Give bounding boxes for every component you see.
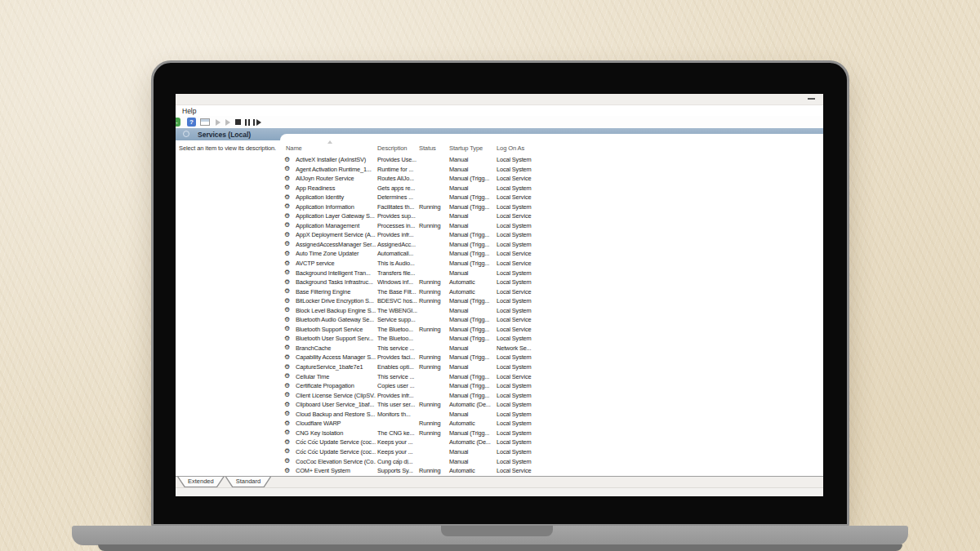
service-row[interactable]: ⚙CNG Key IsolationThe CNG ke...RunningMa… — [280, 429, 823, 438]
column-header-startup-type[interactable]: Startup Type — [449, 144, 483, 152]
cell-log_on_as: Local System — [497, 420, 532, 427]
cell-startup_type: Manual (Trigg... — [449, 382, 489, 389]
service-row[interactable]: ⚙CaptureService_1bafe7e1Enables opti...R… — [280, 362, 823, 372]
service-row[interactable]: ⚙BranchCacheThis service ...ManualNetwor… — [280, 344, 823, 353]
service-row[interactable]: ⚙Block Level Backup Engine S...The WBENG… — [280, 306, 823, 316]
service-row[interactable]: ⚙ActiveX Installer (AxInstSV)Provides Us… — [280, 155, 823, 165]
cell-description: Keeps your ... — [377, 438, 413, 446]
service-row[interactable]: ⚙App ReadinessGets apps re...ManualLocal… — [280, 184, 823, 193]
restart-icon — [253, 119, 255, 126]
cell-startup_type: Manual (Trigg... — [449, 353, 489, 361]
service-row[interactable]: ⚙AllJoyn Router ServiceRoutes AllJo...Ma… — [280, 174, 823, 184]
tab-standard[interactable]: Standard — [225, 477, 271, 487]
service-row[interactable]: ⚙Cốc Cốc Update Service (coc...Keeps you… — [280, 438, 823, 447]
cell-name: Bluetooth Audio Gateway Se... — [296, 316, 376, 323]
service-row[interactable]: ⚙Application IdentityDetermines ...Manua… — [280, 193, 823, 202]
service-row[interactable]: ⚙Agent Activation Runtime_1...Runtime fo… — [280, 165, 823, 175]
cell-startup_type: Automatic (De... — [449, 438, 491, 446]
cell-name: Application Management — [296, 222, 376, 229]
cell-description: Cung cấp dị... — [377, 458, 413, 465]
service-row[interactable]: ⚙Bluetooth Audio Gateway Se...Service su… — [280, 315, 823, 325]
menu-bar: Help — [176, 105, 823, 116]
service-row[interactable]: ⚙CocCoc Elevation Service (Co...Cung cấp… — [280, 457, 823, 467]
service-row[interactable]: ⚙Client License Service (ClipSV...Provid… — [280, 391, 823, 401]
service-row[interactable]: ⚙AssignedAccessManager Ser...AssignedAcc… — [280, 240, 823, 250]
cell-log_on_as: Local Service — [497, 175, 531, 182]
stop-service-button[interactable] — [233, 118, 243, 127]
service-row[interactable]: ⚙Base Filtering EngineThe Base Filt...Ru… — [280, 287, 823, 297]
cell-startup_type: Automatic — [449, 278, 475, 286]
cell-name: Agent Activation Runtime_1... — [296, 166, 376, 173]
service-row[interactable]: ⚙Cellular TimeThis service ...Manual (Tr… — [280, 372, 823, 382]
toolbar: → ? — [176, 116, 823, 129]
cell-startup_type: Manual — [449, 448, 468, 455]
service-row[interactable]: ⚙Application InformationFacilitates th..… — [280, 202, 823, 212]
service-gear-icon: ⚙ — [284, 410, 290, 417]
service-row[interactable]: ⚙Cloudflare WARPRunningAutomaticLocal Sy… — [280, 419, 823, 429]
cell-startup_type: Manual (Trigg... — [449, 373, 489, 380]
service-row[interactable]: ⚙COM+ Event SystemSupports Sy...RunningA… — [280, 466, 823, 476]
start-service-button[interactable] — [213, 118, 223, 127]
service-row[interactable]: ⚙Application ManagementProcesses in...Ru… — [280, 221, 823, 231]
service-gear-icon: ⚙ — [284, 165, 290, 172]
service-row[interactable]: ⚙BitLocker Drive Encryption S...BDESVC h… — [280, 296, 823, 306]
cell-log_on_as: Local System — [497, 203, 532, 211]
pause-icon — [245, 119, 247, 126]
cell-log_on_as: Local System — [497, 307, 532, 314]
cell-log_on_as: Local System — [497, 278, 532, 286]
export-list-icon[interactable] — [200, 118, 210, 126]
cell-name: AppX Deployment Service (A... — [296, 231, 376, 238]
service-row[interactable]: ⚙Auto Time Zone UpdaterAutomaticall...Ma… — [280, 249, 823, 259]
service-row[interactable]: ⚙Clipboard User Service_1baf...This user… — [280, 400, 823, 410]
column-header-status[interactable]: Status — [419, 144, 436, 152]
cell-description: Runtime for ... — [377, 166, 413, 173]
service-row[interactable]: ⚙Background Intelligent Tran...Transfers… — [280, 269, 823, 278]
cell-status: Running — [419, 401, 440, 408]
service-row[interactable]: ⚙Application Layer Gateway S...Provides … — [280, 211, 823, 221]
cell-name: Auto Time Zone Updater — [296, 250, 376, 257]
play-icon — [216, 119, 220, 126]
cell-description: Gets apps re... — [377, 184, 415, 192]
cell-name: Background Tasks Infrastruc... — [296, 278, 376, 286]
cell-log_on_as: Local System — [497, 411, 532, 418]
tab-extended[interactable]: Extended — [177, 477, 225, 487]
service-gear-icon: ⚙ — [284, 391, 290, 398]
column-header-log-on-as[interactable]: Log On As — [497, 144, 524, 152]
resume-service-button[interactable] — [223, 118, 233, 127]
column-header-description[interactable]: Description — [377, 144, 407, 152]
minimize-icon[interactable] — [808, 98, 815, 100]
service-gear-icon: ⚙ — [284, 287, 290, 295]
service-row[interactable]: ⚙AVCTP serviceThis is Audio...Manual (Tr… — [280, 259, 823, 269]
service-gear-icon: ⚙ — [284, 306, 290, 313]
column-header-name[interactable]: Name — [286, 144, 302, 152]
service-row[interactable]: ⚙Bluetooth User Support Serv...The Bluet… — [280, 334, 823, 344]
menu-item-help[interactable]: Help — [182, 107, 196, 115]
service-gear-icon: ⚙ — [284, 250, 290, 257]
pause-service-button[interactable] — [243, 118, 252, 127]
restart-service-button[interactable] — [252, 118, 262, 127]
service-gear-icon: ⚙ — [284, 278, 290, 286]
service-row[interactable]: ⚙AppX Deployment Service (A...Provides i… — [280, 230, 823, 240]
cell-log_on_as: Local Service — [497, 193, 531, 201]
service-row[interactable]: ⚙Background Tasks Infrastruc...Windows i… — [280, 278, 823, 287]
service-gear-icon: ⚙ — [284, 372, 290, 380]
service-row[interactable]: ⚙Bluetooth Support ServiceThe Bluetoo...… — [280, 325, 823, 335]
cell-log_on_as: Local System — [497, 166, 532, 173]
cell-description: Provides infr... — [377, 231, 413, 238]
help-icon[interactable]: ? — [187, 118, 196, 127]
cell-startup_type: Manual (Trigg... — [449, 326, 489, 333]
cell-startup_type: Manual (Trigg... — [449, 203, 489, 211]
pause-icon — [248, 119, 250, 126]
cell-status: Running — [419, 363, 440, 371]
service-gear-icon: ⚙ — [284, 269, 290, 276]
laptop-base-bottom-edge — [98, 544, 902, 551]
back-icon[interactable]: → — [176, 118, 180, 127]
cell-name: Cloudflare WARP — [296, 420, 376, 427]
cell-name: Block Level Backup Engine S... — [296, 307, 376, 314]
service-row[interactable]: ⚙Cốc Cốc Update Service (coc...Keeps you… — [280, 447, 823, 457]
service-row[interactable]: ⚙Certificate PropagationCopies user ...M… — [280, 381, 823, 391]
cell-log_on_as: Local System — [497, 392, 532, 399]
service-row[interactable]: ⚙Capability Access Manager S...Provides … — [280, 353, 823, 362]
cell-description: This service ... — [377, 373, 414, 380]
service-row[interactable]: ⚙Cloud Backup and Restore S...Monitors t… — [280, 410, 823, 420]
